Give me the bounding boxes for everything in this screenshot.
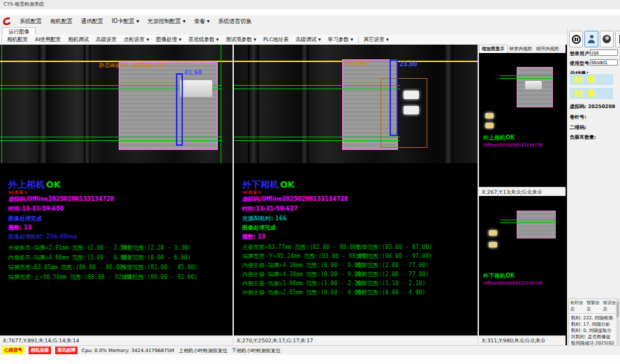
measurement-text: 外侧多耳-隔膜=2.91mm 范围:(2.00 - 3.50)	[8, 245, 131, 251]
tool-camera-config[interactable]: 相机配置	[3, 36, 31, 44]
virtual-code-value: 20250208	[588, 104, 615, 109]
lower-camera-reset-msg: 下相机小时检测值复位	[232, 347, 281, 354]
tool-image-processing[interactable]: 图像处理 ▾	[153, 36, 185, 44]
tab-alarm-info[interactable]: 报警信息	[586, 300, 600, 312]
measurement-row: 主极宽度=83.77mm 范围:(82.00 - 88.00) 预警范围:(83…	[242, 243, 475, 251]
menu-language-switch[interactable]: 系统语言切换	[214, 16, 256, 26]
pixel-coordinate-bar: X:7677;Y:891;R:14;G:14;B:14	[0, 335, 232, 345]
app-logo-icon	[3, 16, 13, 26]
pixel-coordinate-bar: X:267;Y:13;R:0;G:0;B:0	[479, 187, 566, 196]
measurement-row: 内侧多耳-隔膜=4.60mm 范围:(3.00 - 6.00) 预警范围:(0.…	[8, 254, 230, 261]
machine-slot	[300, 45, 309, 163]
menu-comm-config[interactable]: 通讯配置	[77, 16, 108, 26]
process-status-line: 图像处理完成	[8, 215, 42, 222]
app-window: CYS-视觉检测系统 系统配置 相机配置 通讯配置 IO卡配置 ▾ 光源控制配置…	[0, 0, 620, 364]
measurement-row: 隔膜宽度-上=90.56mm 范围:(88.00 - 92.00) 预警范围:(…	[8, 273, 230, 281]
tool-baseline-params[interactable]: 基准线参数 ▾	[185, 36, 223, 44]
operator-icon	[603, 35, 611, 43]
exit-button[interactable]	[615, 31, 620, 47]
model-input[interactable]	[590, 59, 618, 66]
login-user-input[interactable]	[590, 50, 618, 56]
measurement-text: 主极宽度=83.77mm 范围:(82.00 - 88.00)	[242, 244, 360, 250]
bright-feature	[404, 106, 419, 114]
elapsed-line: 图像处理耗时: 256.00ms	[8, 233, 77, 241]
ok-badge: OK	[46, 179, 61, 190]
tool-learning-params[interactable]: 学习参数 ▾	[325, 36, 357, 44]
green-measure-line	[500, 75, 553, 76]
warning-range-text: 预警范围:(81.00 - 85.00)	[121, 264, 198, 271]
tab-zoom-view[interactable]: 缩放图显示	[479, 45, 508, 53]
heartbeat-status-badge: 心跳信号	[2, 347, 24, 354]
comm-fault-badge: 通讯故障	[55, 347, 78, 354]
camera-name: 外上相机	[8, 179, 45, 190]
left-camera-panel: 81.68 静态阈值:93, 动态阈值:100 外上相机OK NG数量:1 虚拟…	[0, 45, 232, 345]
virtual-code-label: 虚拟码: 20250208	[570, 103, 615, 110]
tab-inner-view-1[interactable]: 研发内视图	[508, 45, 535, 53]
green-measure-line	[234, 89, 400, 89]
user-button[interactable]	[584, 31, 598, 47]
green-measure-line	[234, 137, 400, 137]
tab-elapsed-info[interactable]: 耗时信息	[570, 300, 584, 312]
tab-inner-view-2[interactable]: 细节内视图	[534, 45, 561, 53]
tool-advanced-settings[interactable]: 高级设置	[92, 36, 120, 44]
camera-name: 外下相机	[242, 179, 279, 190]
thumb-code-text: Offline20250208133134728	[483, 142, 542, 147]
toolbar-separator	[1, 36, 2, 43]
tool-spot-check[interactable]: 点检设置 ▾	[120, 36, 152, 44]
green-measure-line	[500, 220, 556, 220]
menu-view[interactable]: 查看 ▾	[190, 16, 214, 26]
measurement-text: 隔膜宽度-上=90.56mm 范围:(88.00 - 92.00)	[8, 274, 135, 280]
thumb-code-text: Offline20250208133134728	[483, 280, 542, 285]
menu-system-config[interactable]: 系统配置	[15, 16, 46, 26]
pin-number-label: 卷针号:	[570, 114, 586, 121]
virtual-code-label-text: 虚拟码:	[570, 104, 586, 109]
ai-elapsed-line: 光源AI耗时: 166	[242, 215, 287, 222]
window-title: CYS-视觉检测系统	[0, 0, 620, 9]
operator-button[interactable]	[600, 31, 614, 47]
menu-io-config[interactable]: IO卡配置 ▾	[108, 16, 143, 26]
result-box-2: 结果	[570, 88, 613, 99]
left-camera-image: 81.68 静态阈值:93, 动态阈值:100	[0, 45, 232, 163]
process-status-line: 图像处理完成	[242, 224, 276, 232]
green-measure-line	[500, 222, 556, 223]
warning-range-text: 预警范围:(89.00 - 91.00)	[121, 273, 198, 281]
bright-feature	[489, 230, 497, 236]
pixel-coordinate-bar: X:270;Y:2502;R:17;G:17;B:17	[234, 335, 478, 345]
pixel-coordinate-bar: X:311;Y:980;R:0;G:0;B:0	[479, 335, 566, 345]
middle-camera-panel: 23.80 AI检测模式 外下相机OK NG数量:0 虚拟码:Offline20…	[234, 45, 478, 345]
menu-camera-config[interactable]: 相机配置	[46, 16, 77, 26]
machine-slot	[38, 45, 48, 163]
tab-connector	[525, 81, 542, 89]
machine-slot	[84, 45, 91, 163]
zoom-view-column: 缩放图显示 研发内视图 细节内视图 外上相机OK Offline20250208…	[479, 45, 566, 345]
ok-badge: OK	[280, 179, 295, 190]
threshold-note: 静态阈值:93, 动态阈值:100	[99, 62, 165, 69]
pause-button[interactable]	[569, 31, 583, 47]
warning-range-text: 预警范围:(0.60 - 4.00)	[356, 289, 425, 296]
right-control-panel: 登录用户: 使用型号: 总结果: 结果 结果 虚拟码: 20250208 卷针号…	[567, 28, 620, 355]
menubar: 系统配置 相机配置 通讯配置 IO卡配置 ▾ 光源控制配置 ▾ 查看 ▾ 系统语…	[0, 15, 620, 27]
tab-error-info[interactable]: 错误信息	[603, 300, 617, 312]
app-status-bar: 心跳信号 相机连接 通讯故障 Cpu: 0.0% Memory: 3424.41…	[0, 345, 620, 355]
menu-light-config[interactable]: 光源控制配置 ▾	[143, 16, 190, 26]
measurement-row: 内侧主极-隔膜=4.38mm 范围:(0.00 - 9.00) 预警范围:(2.…	[242, 261, 475, 269]
machine-slot	[248, 45, 259, 163]
user-icon	[587, 35, 596, 43]
measurement-row: 外侧主极-负极=2.65mm 范围:(0.60 - 4.00) 预警范围:(0.…	[242, 289, 475, 296]
tool-camera-debug[interactable]: 相机调试	[64, 36, 92, 44]
model-label: 使用型号:	[570, 60, 591, 67]
measure-roi-box	[176, 73, 183, 146]
result-box-1: 结果	[570, 74, 613, 85]
tool-other-settings[interactable]: 其它设置 ▾	[360, 36, 392, 44]
cpu-memory-status: Cpu: 0.0% Memory: 3424.41796875M	[82, 348, 175, 354]
tool-ai-config[interactable]: AI使用配置	[31, 36, 64, 44]
green-measure-line	[0, 137, 222, 137]
tool-advanced-debug[interactable]: 高级调试 ▾	[292, 36, 324, 44]
bottom-zoom-image: 外下相机OK Offline20250208133134728	[479, 196, 566, 333]
tool-plc-address[interactable]: PLC地址表	[260, 36, 292, 44]
warning-range-text: 预警范围:(94.00 - 97.00)	[356, 252, 432, 260]
green-measure-line	[0, 140, 222, 141]
loop-count-line: 圈数: 13	[8, 224, 31, 232]
measurement-text: 隔膜宽度-下=95.24mm 范围:(93.00 - 98.00)	[242, 253, 369, 259]
tool-test-params[interactable]: 测试项参数 ▾	[222, 36, 260, 44]
